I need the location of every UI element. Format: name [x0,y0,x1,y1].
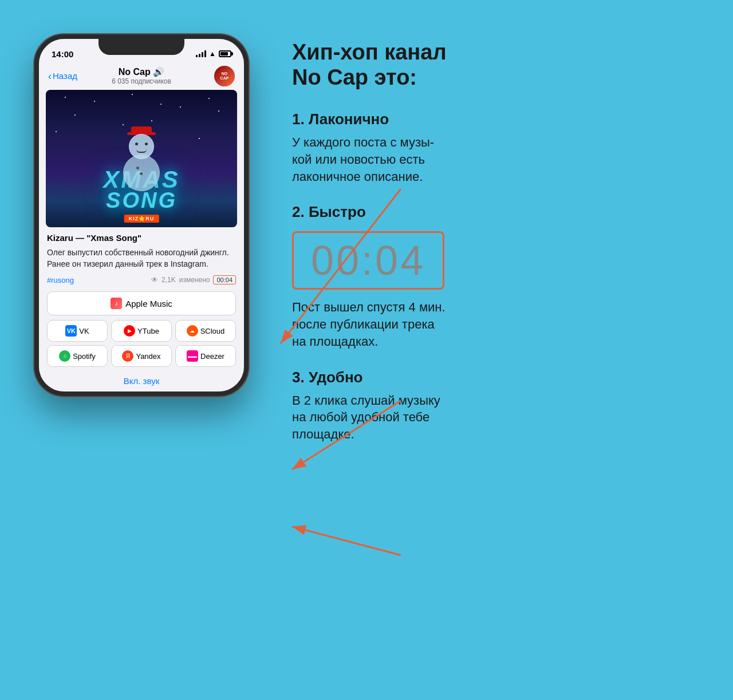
feature-3-title: Удобно [309,369,363,386]
feature-1-text: У каждого поста с музы-кой или новостью … [292,134,699,185]
phone-notch [98,39,184,55]
nav-bar: ‹ Назад No Cap 🔊 6 035 подписчиков NOCAP [39,64,244,90]
yandex-button[interactable]: Я Yandex [111,345,172,367]
kizru-badge: KIZ⭐RU [124,215,159,223]
timer-box: 00:04 [292,231,444,290]
spotify-button[interactable]: ♫ Spotify [47,345,108,367]
post-song-title: Kizaru — "Xmas Song" [47,233,236,243]
scloud-icon: ☁ [187,325,198,337]
feature-1-number: 1. [292,110,309,128]
ytube-button[interactable]: ▶ YTube [111,320,172,342]
apple-music-label: Apple Music [125,299,172,309]
changed-label: изменено [179,276,210,284]
feature-3-heading: 3. Удобно [292,369,699,386]
apple-music-button[interactable]: ♪ Apple Music [47,291,236,315]
spotify-icon: ♫ [59,350,70,362]
channel-title-block: No Cap 🔊 6 035 подписчиков [112,66,171,85]
status-time: 14:00 [52,49,73,59]
back-label: Назад [53,71,77,81]
feature-lakonichno: 1. Лаконично У каждого поста с музы-кой … [292,110,699,185]
feature-2-number: 2. [292,203,309,220]
wifi-icon: ▲ [209,50,216,58]
feature-2-title: Быстро [309,203,366,220]
feature-3-text: В 2 клика слушай музыкуна любой удобной … [292,392,699,443]
vk-button[interactable]: VK VK [47,320,108,342]
feature-3-number: 3. [292,369,309,386]
vk-icon: VK [65,325,77,337]
main-heading: Хип-хоп каналNo Cap это: [292,40,699,90]
chevron-left-icon: ‹ [48,71,52,81]
feature-1-title: Лаконично [309,110,389,128]
ytube-label: YTube [137,327,159,335]
vk-label: VK [79,327,89,335]
post-stats: 👁 2,1K изменено 00:04 [151,275,236,284]
views-count: 2,1K [161,276,176,284]
album-art: XMAS SONG KIZ⭐RU [46,90,237,227]
sound-toggle-button[interactable]: Вкл. звук [39,370,244,391]
streaming-buttons: ♪ Apple Music VK VK ▶ YTube [39,291,244,367]
channel-name: No Cap 🔊 [112,66,171,77]
spotify-label: Spotify [73,352,96,361]
feature-bystro: 2. Быстро 00:04 Пост вышел спустя 4 мин.… [292,203,699,350]
deezer-icon: ▬▬ [187,350,198,362]
feature-2-description: Пост вышел спустя 4 мин.после публикации… [292,299,699,350]
scloud-label: SCloud [200,327,225,335]
status-icons: ▲ [196,50,231,58]
ytube-icon: ▶ [124,325,135,337]
feature-2-heading: 2. Быстро [292,203,699,221]
post-meta: #rusong 👁 2,1K изменено 00:04 [47,275,236,284]
timer-value: 00:04 [311,240,425,281]
battery-icon [219,50,231,57]
phone-mockup: 14:00 ▲ [34,34,258,396]
service-buttons-row1: VK VK ▶ YTube ☁ SCloud [47,320,236,342]
deezer-label: Deezer [200,352,224,361]
subscriber-count: 6 035 подписчиков [112,77,171,85]
scloud-button[interactable]: ☁ SCloud [175,320,236,342]
post-body-text: Олег выпустил собственный новогодний джи… [47,247,236,270]
deezer-button[interactable]: ▬▬ Deezer [175,345,236,367]
feature-udobno: 3. Удобно В 2 клика слушай музыкуна любо… [292,369,699,443]
right-panel: Хип-хоп каналNo Cap это: 1. Лаконично У … [292,23,699,461]
signal-icon [196,50,206,57]
yandex-label: Yandex [136,352,160,361]
apple-music-icon: ♪ [111,298,122,309]
post-time-badge: 00:04 [213,275,236,284]
yandex-icon: Я [122,350,133,362]
post-content: Kizaru — "Xmas Song" Олег выпустил собст… [39,233,244,284]
channel-avatar[interactable]: NOCAP [214,66,235,86]
feature-1-heading: 1. Лаконично [292,110,699,128]
back-button[interactable]: ‹ Назад [48,71,77,81]
views-icon: 👁 [151,276,158,284]
service-buttons-row2: ♫ Spotify Я Yandex ▬▬ Deezer [47,345,236,367]
post-hashtag: #rusong [47,276,74,284]
